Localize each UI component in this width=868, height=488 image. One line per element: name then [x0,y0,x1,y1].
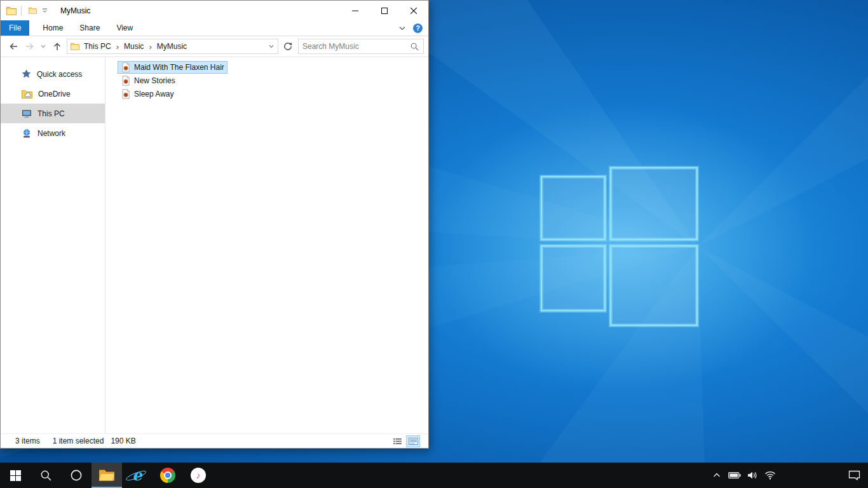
search-icon[interactable] [410,43,423,51]
file-name: Maid With The Flaxen Hair [134,63,224,72]
customize-quick-access-toolbar-chevron-icon[interactable] [39,1,50,20]
file-item-new-stories[interactable]: New Stories [118,74,179,87]
window-title: MyMusic [60,6,90,15]
tab-file[interactable]: File [1,20,29,36]
status-bar: 3 items 1 item selected 190 KB [1,433,428,448]
help-icon[interactable]: ? [413,24,423,33]
action-center-button[interactable] [841,463,867,488]
breadcrumb-this-pc[interactable]: This PC [79,39,116,53]
file-name: Sleep Away [134,90,174,98]
taskbar-chrome-button[interactable] [153,463,183,488]
search-input[interactable] [299,42,410,51]
network-icon [22,129,32,138]
explorer-window: MyMusic File Home Share View ? [0,0,429,449]
onedrive-icon [22,90,32,98]
sidebar-item-this-pc[interactable]: This PC [1,104,105,123]
tab-share[interactable]: Share [71,20,108,36]
file-name: New Stories [134,76,175,85]
battery-icon [728,471,741,479]
up-button[interactable] [49,39,65,55]
window-folder-icon [6,6,17,15]
details-view-button[interactable] [390,435,404,447]
forward-button[interactable] [22,39,37,55]
address-dropdown-chevron-icon[interactable] [265,39,278,53]
sidebar-item-label: Network [37,129,65,138]
system-tray [709,463,778,488]
internet-explorer-icon: e [129,467,146,484]
status-selection-size: 190 KB [111,437,135,445]
sidebar-item-quick-access[interactable]: Quick access [1,64,105,84]
recent-locations-chevron-icon[interactable] [38,39,48,55]
address-folder-icon [71,43,79,50]
taskbar-search-button[interactable] [31,463,61,488]
quick-access-toolbar-folder-icon[interactable] [26,1,39,20]
battery-tray-button[interactable] [727,463,742,488]
file-item-sleep-away[interactable]: Sleep Away [118,88,177,100]
breadcrumb-mymusic[interactable]: MyMusic [153,39,191,53]
breadcrumb-music[interactable]: Music [119,39,148,53]
tab-view[interactable]: View [108,20,141,36]
wifi-icon [764,471,776,480]
large-icons-view-button[interactable] [406,435,420,447]
show-hidden-icons-button[interactable] [709,463,724,488]
address-bar: This PC › Music › MyMusic [1,36,428,57]
close-button[interactable] [399,1,428,20]
chrome-icon [160,468,175,483]
navigation-pane: Quick access OneDrive [1,57,105,433]
quick-access-star-icon [22,69,31,79]
itunes-icon: ♪ [191,468,206,483]
file-list[interactable]: Maid With The Flaxen Hair New Stories [105,57,428,433]
sidebar-item-onedrive[interactable]: OneDrive [1,84,105,104]
chevron-up-icon [713,473,721,478]
back-button[interactable] [5,39,21,55]
volume-tray-button[interactable] [745,463,760,488]
expand-ribbon-chevron-icon[interactable] [399,26,405,30]
windows-logo-icon [10,470,21,481]
cortana-button[interactable] [61,463,92,488]
address-input[interactable]: This PC › Music › MyMusic [67,39,278,54]
window-body: Quick access OneDrive [1,57,428,433]
search-box [298,39,424,54]
status-selection: 1 item selected [53,437,104,445]
file-item-maid-with-the-flaxen-hair[interactable]: Maid With The Flaxen Hair [118,61,227,74]
taskbar-internet-explorer-button[interactable]: e [122,463,153,488]
action-center-icon [848,470,860,480]
quick-access-toolbar-separator [21,6,22,16]
cortana-circle-icon [70,469,83,482]
tab-home[interactable]: Home [34,20,71,36]
sidebar-item-label: OneDrive [38,90,71,98]
title-bar[interactable]: MyMusic [1,1,428,20]
status-item-count: 3 items [15,437,40,445]
taskbar: e ♪ [0,463,868,488]
start-button[interactable] [0,463,31,488]
taskbar-itunes-button[interactable]: ♪ [183,463,214,488]
taskbar-file-explorer-button[interactable] [92,463,122,488]
speaker-icon [747,471,757,480]
sidebar-item-network[interactable]: Network [1,123,105,143]
search-icon [40,470,52,482]
maximize-button[interactable] [370,1,399,20]
minimize-button[interactable] [341,1,370,20]
ribbon-tab-bar: File Home Share View ? [1,20,428,36]
music-file-icon [121,62,131,72]
music-file-icon [121,76,131,86]
sidebar-item-label: This PC [37,109,65,118]
caption-buttons [341,1,428,20]
music-file-icon [121,89,131,99]
sidebar-item-label: Quick access [37,70,82,79]
this-pc-icon [22,109,32,118]
network-tray-button[interactable] [763,463,778,488]
refresh-button[interactable] [280,39,295,54]
file-explorer-icon [98,469,115,482]
